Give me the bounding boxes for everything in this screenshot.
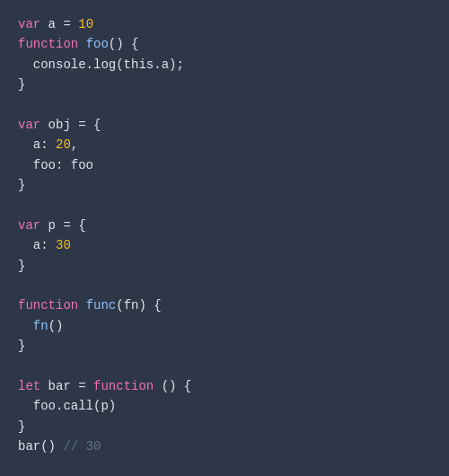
code-line: let bar = function () {: [18, 376, 431, 396]
code-text: foo: foo: [18, 158, 93, 172]
keyword-function: function: [18, 298, 78, 313]
code-line: console.log(this.a);: [18, 55, 431, 75]
number-literal: 30: [56, 238, 71, 252]
code-line: bar() // 30: [18, 436, 431, 456]
keyword-var: var: [18, 118, 40, 132]
code-text: ,: [71, 137, 78, 152]
function-name: fn: [33, 319, 48, 333]
code-line: [18, 357, 431, 376]
keyword-function: function: [93, 379, 154, 393]
comment-text: // 30: [63, 439, 101, 454]
code-line: fn(): [18, 316, 431, 336]
code-text: }: [18, 419, 25, 434]
code-line: var p = {: [18, 216, 431, 235]
code-text: [78, 37, 85, 51]
code-line: var a = 10: [18, 14, 431, 34]
code-text: a:: [18, 137, 56, 152]
code-editor: var a = 10 function foo() { console.log(…: [0, 0, 449, 476]
code-line: }: [18, 336, 431, 356]
keyword-var: var: [18, 218, 40, 233]
code-text: }: [18, 77, 25, 92]
code-line: [18, 196, 431, 216]
code-text: () {: [109, 37, 139, 51]
code-text: () {: [154, 379, 191, 393]
code-text: }: [18, 339, 25, 353]
code-text: a:: [18, 238, 56, 252]
code-line: }: [18, 256, 431, 276]
code-line: }: [18, 175, 431, 195]
code-text: (fn) {: [116, 298, 161, 313]
code-text: [78, 298, 85, 313]
code-line: function func(fn) {: [18, 295, 431, 315]
code-line: var obj = {: [18, 115, 431, 135]
code-text: p = {: [40, 218, 85, 233]
function-name: func: [86, 298, 117, 313]
code-line: foo: foo: [18, 155, 431, 175]
code-text: foo.call(p): [18, 399, 116, 413]
keyword-let: let: [18, 379, 40, 393]
code-line: function foo() {: [18, 34, 431, 54]
code-line: a: 30: [18, 235, 431, 255]
code-line: [18, 276, 431, 295]
code-line: }: [18, 417, 431, 436]
code-text: console.log(this.a);: [18, 57, 184, 72]
code-text: a =: [40, 17, 78, 31]
keyword-function: function: [18, 37, 78, 51]
code-text: (): [48, 319, 64, 333]
code-text: }: [18, 178, 25, 192]
code-line: a: 20,: [18, 135, 431, 154]
code-text: obj = {: [40, 118, 101, 132]
function-name: foo: [86, 37, 109, 51]
code-line: [18, 95, 431, 115]
code-text: bar(): [18, 439, 63, 454]
number-literal: 20: [56, 137, 71, 152]
code-text: }: [18, 259, 25, 273]
keyword-var: var: [18, 17, 40, 31]
number-literal: 10: [78, 17, 93, 31]
code-text: bar =: [40, 379, 93, 393]
code-line: foo.call(p): [18, 396, 431, 416]
code-line: }: [18, 75, 431, 94]
code-text: [18, 319, 33, 333]
